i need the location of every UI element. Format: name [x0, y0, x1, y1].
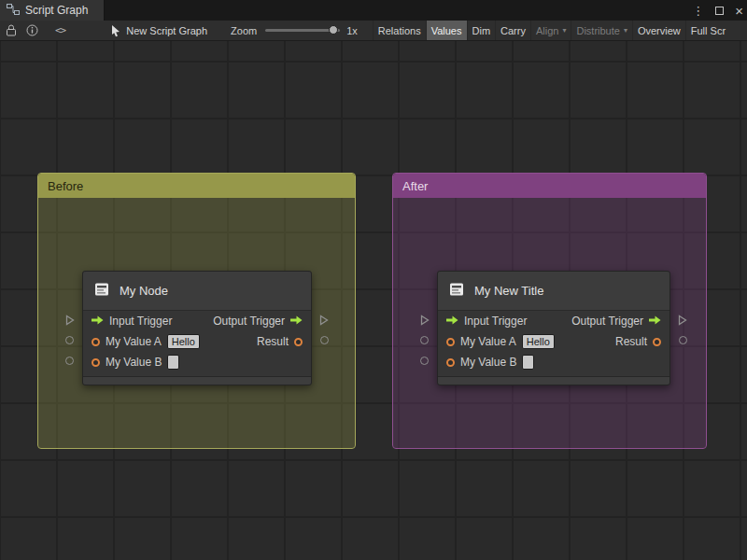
distribute-dropdown[interactable]: Distribute ▾ — [571, 21, 631, 41]
node-header[interactable]: My Node — [83, 272, 311, 311]
trigger-out-arrow-icon — [649, 315, 661, 328]
close-icon[interactable]: × — [735, 3, 743, 19]
window-menu-icon[interactable]: ⋮ — [692, 4, 704, 18]
value-port-icon — [92, 338, 100, 346]
maximize-icon[interactable] — [715, 7, 724, 15]
fullscreen-button[interactable]: Full Scr — [685, 21, 730, 41]
lock-icon[interactable] — [6, 24, 17, 36]
distribute-label: Distribute — [576, 25, 619, 36]
chevron-down-icon: ▾ — [624, 26, 627, 35]
toolbar-button-group: Relations Values Dim Carry Align ▾ Distr… — [373, 21, 730, 41]
zoom-slider[interactable] — [265, 29, 340, 32]
value-a-label: My Value A — [460, 335, 516, 348]
trigger-out-arrow-icon — [290, 315, 303, 328]
tab-script-graph[interactable]: Script Graph — [0, 0, 105, 21]
trigger-row: Input Trigger Output Trigger — [438, 311, 669, 331]
output-trigger-port[interactable] — [678, 315, 687, 326]
zoom-slider-knob[interactable] — [329, 25, 338, 35]
value-a-row: My Value A Hello Result — [83, 331, 311, 352]
node-title: My Node — [120, 284, 168, 298]
node-header[interactable]: My New Title — [438, 272, 669, 311]
value-port-icon — [294, 338, 303, 346]
relations-button[interactable]: Relations — [373, 21, 426, 41]
output-trigger-label: Output Trigger — [571, 315, 643, 328]
input-trigger-label: Input Trigger — [109, 315, 172, 328]
value-a-port[interactable] — [65, 336, 74, 344]
node-my-new-title-wrap: My New Title Input Trigger Output Trigge… — [437, 271, 670, 385]
value-a-label: My Value A — [106, 335, 162, 348]
graph-name-label: New Script Graph — [126, 25, 207, 36]
pointer-icon — [110, 24, 121, 37]
value-b-row: My Value B — [83, 352, 311, 372]
align-dropdown[interactable]: Align ▾ — [530, 21, 571, 41]
trigger-in-arrow-icon — [446, 315, 458, 328]
value-b-port[interactable] — [65, 357, 74, 365]
node-my-node-wrap: My Node Input Trigger Output Trigger — [82, 271, 312, 385]
value-port-icon — [653, 338, 661, 346]
graph-toolbar: <> New Script Graph Zoom 1x Relations Va… — [0, 21, 747, 41]
script-graph-icon — [7, 4, 20, 18]
input-trigger-label: Input Trigger — [464, 315, 527, 328]
value-port-icon — [446, 338, 455, 346]
value-b-label: My Value B — [460, 356, 516, 369]
value-port-icon — [92, 358, 100, 367]
value-a-input[interactable]: Hello — [522, 334, 555, 349]
align-label: Align — [536, 25, 558, 36]
value-a-input[interactable]: Hello — [167, 334, 200, 349]
unit-icon — [92, 280, 111, 302]
trigger-row: Input Trigger Output Trigger — [83, 311, 311, 331]
result-port[interactable] — [679, 336, 687, 344]
trigger-in-arrow-icon — [92, 315, 104, 328]
node-footer — [83, 376, 311, 385]
zoom-label: Zoom — [231, 25, 257, 36]
node-my-new-title[interactable]: My New Title Input Trigger Output Trigge… — [437, 271, 670, 385]
node-footer — [438, 376, 669, 385]
value-b-input[interactable] — [522, 355, 534, 370]
group-before-title: Before — [48, 179, 83, 193]
node-title: My New Title — [474, 284, 543, 298]
chevron-down-icon: ▾ — [562, 26, 566, 35]
value-port-icon — [446, 358, 455, 367]
result-label: Result — [615, 335, 647, 348]
group-before-header[interactable]: Before — [38, 174, 355, 198]
input-trigger-port[interactable] — [420, 315, 430, 326]
zoom-value: 1x — [346, 25, 358, 36]
output-trigger-label: Output Trigger — [213, 315, 285, 328]
group-after-header[interactable]: After — [393, 174, 706, 198]
window-titlebar: Script Graph ⋮ × — [0, 0, 747, 21]
value-a-row: My Value A Hello Result — [438, 331, 669, 352]
value-b-port[interactable] — [420, 357, 429, 365]
output-trigger-port[interactable] — [319, 315, 329, 326]
tab-title: Script Graph — [25, 4, 88, 17]
value-b-row: My Value B — [438, 352, 669, 372]
value-b-label: My Value B — [106, 356, 162, 369]
graph-canvas[interactable]: Before After — [0, 41, 747, 560]
values-button[interactable]: Values — [426, 21, 467, 41]
unit-icon — [447, 280, 466, 302]
node-my-node[interactable]: My Node Input Trigger Output Trigger — [82, 271, 312, 385]
carry-button[interactable]: Carry — [495, 21, 530, 41]
value-b-input[interactable] — [167, 355, 179, 370]
code-icon[interactable]: <> — [55, 24, 65, 36]
input-trigger-port[interactable] — [65, 315, 75, 326]
value-a-port[interactable] — [420, 336, 429, 344]
result-label: Result — [257, 335, 289, 348]
result-port[interactable] — [320, 336, 329, 344]
dim-button[interactable]: Dim — [467, 21, 496, 41]
group-after-title: After — [402, 179, 428, 193]
overview-button[interactable]: Overview — [632, 21, 685, 41]
info-icon[interactable] — [26, 24, 38, 36]
